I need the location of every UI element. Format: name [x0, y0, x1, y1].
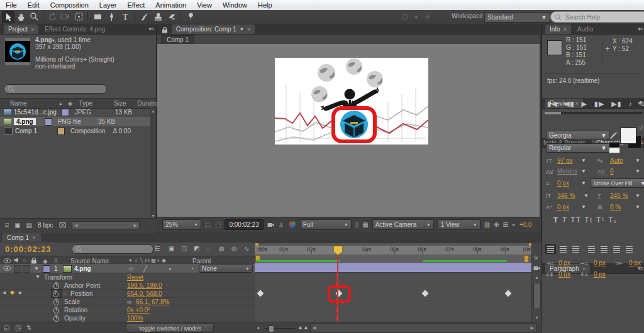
- item-name-selected[interactable]: 4.png: [14, 118, 36, 125]
- stroke-mode-dropdown[interactable]: Stroke Over Fill▼: [590, 178, 644, 188]
- camera-icon[interactable]: [533, 265, 541, 271]
- fill-swatch[interactable]: [620, 128, 636, 144]
- stopwatch-icon[interactable]: [52, 290, 60, 297]
- comp-marker-icon[interactable]: ⛨: [534, 255, 538, 262]
- close-icon[interactable]: ×: [247, 26, 250, 33]
- menu-help[interactable]: Help: [258, 1, 272, 9]
- position-track-row[interactable]: [255, 289, 531, 298]
- chevron-down-icon[interactable]: ▼: [581, 158, 586, 163]
- scroll-down-icon[interactable]: ▼: [150, 214, 156, 218]
- expand-transfer-controls-icon[interactable]: ◳: [15, 324, 21, 331]
- scroll-right-icon[interactable]: ▶: [134, 223, 137, 228]
- position-value[interactable]: 654.0, 568.0: [127, 290, 162, 297]
- font-family-dropdown[interactable]: Georgia▼: [546, 131, 610, 140]
- horizontal-scale-value[interactable]: 245 %: [610, 192, 628, 199]
- puppet-pin-tool-icon[interactable]: [185, 11, 196, 22]
- scroll-up-icon[interactable]: ▲: [150, 109, 156, 113]
- toggle-switches-modes-button[interactable]: Toggle Switches / Modes: [126, 324, 214, 333]
- clone-stamp-tool-icon[interactable]: [152, 11, 164, 22]
- menu-view[interactable]: View: [197, 1, 212, 9]
- type-tool-icon[interactable]: T: [119, 11, 131, 22]
- chevron-down-icon[interactable]: ▼: [581, 204, 586, 210]
- motion-blur-icon[interactable]: ◌: [206, 245, 210, 252]
- magnification-dropdown[interactable]: 25%▼: [162, 219, 201, 230]
- label-chip[interactable]: [62, 109, 69, 116]
- transform-reset-link[interactable]: Reset: [127, 274, 143, 281]
- lock-icon[interactable]: [161, 27, 169, 34]
- baseline-shift-value[interactable]: 0 px: [557, 204, 569, 210]
- layer-duration-bar[interactable]: [255, 263, 531, 273]
- tab-composition[interactable]: Composition: Comp 1▼×: [172, 25, 255, 34]
- region-of-interest-icon[interactable]: ⬚: [215, 221, 221, 228]
- work-area-end-handle[interactable]: [524, 255, 529, 263]
- eye-icon[interactable]: [3, 258, 12, 264]
- stopwatch-icon[interactable]: [53, 307, 60, 314]
- lock-icon[interactable]: [30, 258, 37, 264]
- chevron-down-icon[interactable]: ▼: [635, 168, 640, 174]
- timeline-search[interactable]: [72, 244, 153, 254]
- interpret-footage-icon[interactable]: ⌸: [5, 222, 9, 229]
- layer-motionblur-icon[interactable]: ◐: [169, 265, 172, 272]
- pixel-aspect-icon[interactable]: ▯: [355, 221, 359, 228]
- layer-visibility-eye-icon[interactable]: [3, 266, 12, 271]
- channels-icon[interactable]: [288, 221, 296, 229]
- shape-tool-icon[interactable]: [92, 11, 103, 22]
- scale-row[interactable]: Scale ∞ 66.1, 67.8%: [0, 297, 255, 306]
- anchor-point-value[interactable]: 198.5, 199.0: [127, 282, 162, 289]
- transform-group-row[interactable]: ▼ Transform Reset: [0, 273, 255, 281]
- space-after-value[interactable]: 0 px: [594, 271, 606, 278]
- hand-tool-icon[interactable]: [15, 11, 26, 22]
- safe-margins-icon[interactable]: ⿴: [205, 220, 211, 229]
- stroke-width-value[interactable]: 0 px: [557, 180, 569, 187]
- item-name[interactable]: Comp 1: [15, 128, 37, 134]
- flowchart-icon[interactable]: ⊞: [503, 221, 508, 228]
- zoom-out-mountain-icon[interactable]: ▴: [257, 325, 260, 330]
- zoom-in-mountain-icon[interactable]: ▲▲: [297, 324, 309, 330]
- opacity-row[interactable]: Opacity 100%: [0, 314, 255, 322]
- reset-exposure-icon[interactable]: ⌁: [512, 221, 516, 228]
- expand-layer-switches-icon[interactable]: ◱: [4, 324, 9, 331]
- current-time-display[interactable]: 0:00:02:23: [225, 219, 263, 230]
- grid-guides-icon[interactable]: ▥: [484, 221, 490, 228]
- scroll-up-icon[interactable]: ▲: [535, 275, 539, 280]
- previous-frame-button[interactable]: ◀▮: [564, 100, 575, 108]
- graph-editor-icon[interactable]: ∿: [244, 245, 249, 252]
- tab-project[interactable]: Project×: [4, 25, 38, 34]
- chevron-down-icon[interactable]: ▼: [581, 168, 586, 174]
- hide-shy-layers-icon[interactable]: ◫: [181, 245, 187, 252]
- transform-group-label[interactable]: Transform: [44, 274, 72, 281]
- workspace-icon-c[interactable]: [422, 11, 433, 22]
- project-row-png-selected[interactable]: 4.png PNG file 35 KB: [0, 117, 151, 126]
- project-scrollbar[interactable]: ▲ ▼: [150, 107, 156, 217]
- eraser-tool-icon[interactable]: [166, 11, 177, 22]
- pan-behind-tool-icon[interactable]: [73, 11, 84, 22]
- snapshot-icon[interactable]: [267, 222, 275, 227]
- workspace-icon-a[interactable]: [399, 11, 411, 22]
- expand-inout-icon[interactable]: ⇅: [26, 324, 31, 331]
- justify-all-button[interactable]: [625, 245, 634, 253]
- show-snapshot-icon[interactable]: ♟: [279, 221, 284, 228]
- group-expand-arrow[interactable]: ▼: [35, 274, 40, 280]
- menu-file[interactable]: File: [6, 1, 17, 9]
- justify-last-right-button[interactable]: [612, 245, 621, 253]
- stopwatch-icon[interactable]: [53, 315, 60, 322]
- keyframe-diamond-9s[interactable]: [504, 289, 513, 298]
- layer-quality-icon[interactable]: ⊹: [128, 265, 133, 272]
- layer-expand-arrow[interactable]: ▼: [34, 266, 39, 271]
- composition-mini-flowchart-icon[interactable]: ⋿: [155, 245, 160, 252]
- view-layout-dropdown[interactable]: 1 View▼: [438, 219, 480, 230]
- brush-tool-icon[interactable]: [138, 11, 150, 22]
- scroll-left-icon[interactable]: ◀: [313, 325, 316, 330]
- panel-menu-icon[interactable]: ▾≡: [638, 26, 643, 32]
- item-name[interactable]: 15c541d...c.jpg: [14, 109, 57, 116]
- draft-3d-icon[interactable]: ▣: [169, 245, 174, 252]
- stopwatch-icon[interactable]: [53, 298, 60, 305]
- close-icon[interactable]: ×: [582, 266, 586, 272]
- workspace-dropdown[interactable]: Standard▼: [484, 12, 550, 23]
- rotation-label[interactable]: Rotation: [64, 307, 87, 314]
- label-chip[interactable]: [45, 118, 52, 126]
- scale-value[interactable]: 66.1, 67.8%: [136, 298, 169, 305]
- menu-window[interactable]: Window: [223, 1, 247, 9]
- scale-label[interactable]: Scale: [64, 298, 80, 305]
- timeline-button-icon[interactable]: ⊕: [494, 221, 499, 228]
